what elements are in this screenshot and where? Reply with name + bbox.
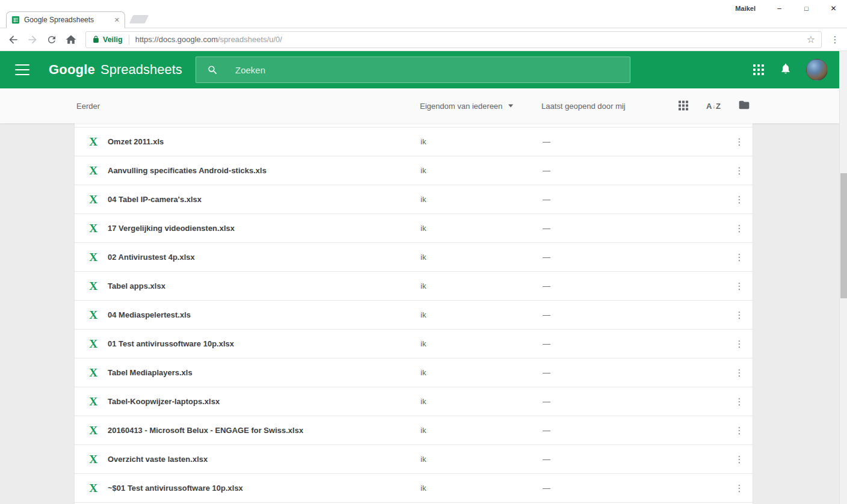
row-overflow-menu-icon[interactable]: ⋮ <box>732 483 747 494</box>
table-row[interactable]: X 02 Antivirustest 4p.xlsx ik — ⋮ <box>75 243 753 272</box>
file-name: Tabel-Koopwijzer-laptops.xlsx <box>108 397 220 406</box>
page-content: X Omzet 2011.xls ik — ⋮ X Aanvulling spe… <box>0 123 847 504</box>
last-opened-sort[interactable]: Laatst geopend door mij <box>541 102 625 111</box>
file-name: Overzicht vaste lasten.xlsx <box>108 455 208 464</box>
spreadsheet-file-icon: X <box>85 366 101 380</box>
spreadsheet-file-icon: X <box>85 337 101 351</box>
row-overflow-menu-icon[interactable]: ⋮ <box>732 454 747 465</box>
logo-product: Spreadsheets <box>100 62 182 78</box>
hamburger-menu-icon[interactable] <box>15 64 29 75</box>
file-owner: ik <box>420 339 426 348</box>
file-last-opened: — <box>543 224 550 233</box>
user-avatar[interactable] <box>806 59 828 81</box>
file-last-opened: — <box>543 253 550 262</box>
spreadsheet-file-icon: X <box>85 135 101 149</box>
table-row[interactable]: X 01 Test antivirussoftware 10p.xlsx ik … <box>75 330 753 358</box>
spreadsheet-file-icon: X <box>85 482 101 495</box>
table-row[interactable]: X Omzet 2011.xls ik — ⋮ <box>75 128 753 156</box>
row-overflow-menu-icon[interactable]: ⋮ <box>732 223 747 234</box>
file-owner: ik <box>420 426 426 435</box>
file-owner: ik <box>420 253 426 262</box>
file-name: Aanvulling specificaties Android-sticks.… <box>108 166 266 175</box>
lock-icon <box>92 35 100 43</box>
file-owner: ik <box>420 368 426 377</box>
row-overflow-menu-icon[interactable]: ⋮ <box>732 252 747 263</box>
table-row[interactable]: X Aanvulling specificaties Android-stick… <box>75 156 753 185</box>
close-button[interactable]: ✕ <box>820 0 847 16</box>
search-box[interactable] <box>196 57 630 83</box>
file-name: 02 Antivirustest 4p.xlsx <box>108 253 195 262</box>
file-last-opened: — <box>543 397 550 406</box>
search-icon <box>207 64 218 76</box>
section-label: Eerder <box>76 102 100 111</box>
spreadsheet-file-icon: X <box>85 280 101 293</box>
maximize-button[interactable]: □ <box>793 0 820 16</box>
secure-badge[interactable]: Veilig <box>103 35 123 44</box>
new-tab-button[interactable] <box>129 15 149 23</box>
back-icon[interactable] <box>5 31 22 48</box>
file-name: 20160413 - Microsoft Belux - ENGAGE for … <box>108 426 303 435</box>
file-owner: ik <box>420 166 426 175</box>
row-overflow-menu-icon[interactable]: ⋮ <box>732 396 747 407</box>
row-overflow-menu-icon[interactable]: ⋮ <box>732 165 747 176</box>
reload-icon[interactable] <box>43 31 60 48</box>
row-overflow-menu-icon[interactable]: ⋮ <box>732 367 747 378</box>
file-last-opened: — <box>543 484 550 493</box>
search-input[interactable] <box>235 65 619 75</box>
row-overflow-menu-icon[interactable]: ⋮ <box>732 310 747 321</box>
file-name: 17 Vergelijking videodiensten.xlsx <box>108 224 235 233</box>
table-row[interactable]: X Tabel apps.xlsx ik — ⋮ <box>75 272 753 301</box>
tab-title: Google Spreadsheets <box>24 16 112 24</box>
scrollbar-thumb[interactable] <box>840 173 847 298</box>
file-last-opened: — <box>543 166 550 175</box>
table-row[interactable]: X Tabel-Koopwijzer-laptops.xlsx ik — ⋮ <box>75 387 753 416</box>
tab-close-icon[interactable]: ✕ <box>114 16 120 24</box>
home-icon[interactable] <box>63 31 79 48</box>
file-owner: ik <box>420 195 426 204</box>
sort-letter-a: A <box>706 102 712 111</box>
owner-filter-dropdown[interactable]: Eigendom van iedereen <box>420 102 513 111</box>
table-row[interactable]: X 04 Tabel IP-camera's.xlsx ik — ⋮ <box>75 185 753 214</box>
file-last-opened: — <box>543 310 550 319</box>
table-row[interactable]: X Overzicht vaste lasten.xlsx ik — ⋮ <box>75 445 753 474</box>
row-overflow-menu-icon[interactable]: ⋮ <box>732 425 747 436</box>
table-row[interactable]: X 04 Mediaspelertest.xls ik — ⋮ <box>75 301 753 330</box>
row-overflow-menu-icon[interactable]: ⋮ <box>732 339 747 349</box>
chevron-down-icon <box>508 105 513 108</box>
bookmark-star-icon[interactable]: ☆ <box>807 35 815 45</box>
browser-titlebar: Google Spreadsheets ✕ Maikel – □ ✕ <box>0 0 847 28</box>
forward-icon[interactable] <box>24 31 41 48</box>
spreadsheet-file-icon: X <box>85 424 101 437</box>
sheets-favicon-icon <box>11 16 20 24</box>
file-name: 04 Tabel IP-camera's.xlsx <box>108 195 202 204</box>
table-row[interactable]: X 17 Vergelijking videodiensten.xlsx ik … <box>75 214 753 243</box>
browser-menu-icon[interactable]: ⋮ <box>827 31 843 48</box>
url-bar[interactable]: Veilig https://docs.google.com/spreadshe… <box>85 31 822 48</box>
row-overflow-menu-icon[interactable]: ⋮ <box>732 137 747 147</box>
minimize-button[interactable]: – <box>766 0 793 16</box>
scrollbar-track[interactable] <box>839 51 847 504</box>
app-logo[interactable]: Google Spreadsheets <box>49 62 182 78</box>
row-overflow-menu-icon[interactable]: ⋮ <box>732 281 747 292</box>
spreadsheet-file-icon: X <box>85 164 101 177</box>
file-owner: ik <box>420 397 426 406</box>
file-last-opened: — <box>543 426 550 435</box>
file-last-opened: — <box>543 281 550 290</box>
file-owner: ik <box>420 281 426 290</box>
spreadsheet-file-icon: X <box>85 222 101 235</box>
table-row[interactable]: X 20160413 - Microsoft Belux - ENGAGE fo… <box>75 416 753 445</box>
grid-view-icon[interactable] <box>679 101 689 111</box>
file-last-opened: — <box>543 195 550 204</box>
spreadsheet-file-icon: X <box>85 251 101 264</box>
table-row[interactable]: X Tabel Mediaplayers.xls ik — ⋮ <box>75 358 753 387</box>
file-owner: ik <box>420 455 426 464</box>
google-apps-icon[interactable] <box>753 64 764 75</box>
notifications-bell-icon[interactable] <box>780 63 792 77</box>
browser-profile-name[interactable]: Maikel <box>735 5 756 12</box>
browser-tab[interactable]: Google Spreadsheets ✕ <box>6 11 125 28</box>
sort-az-icon[interactable]: A ↓ Z <box>706 102 721 111</box>
url-host: https://docs.google.com <box>135 35 218 44</box>
row-overflow-menu-icon[interactable]: ⋮ <box>732 194 747 205</box>
folder-icon[interactable] <box>738 99 750 113</box>
table-row[interactable]: X ~$01 Test antivirussoftware 10p.xlsx i… <box>75 474 753 503</box>
